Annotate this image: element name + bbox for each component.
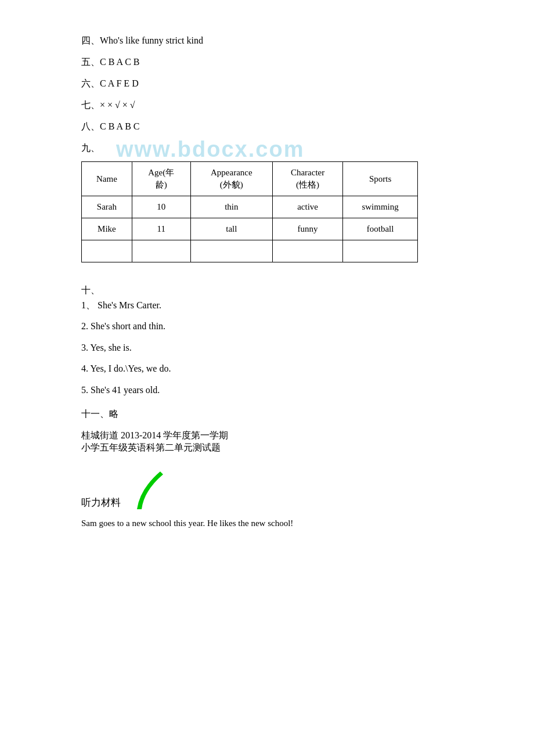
section-4-content: Who's like funny strict kind	[100, 35, 203, 45]
table-container: www.bdocx.com Name Age(年龄) Appearance(外貌…	[81, 154, 418, 273]
cell-empty-4	[273, 240, 343, 262]
section-11-label: 十一、	[81, 409, 109, 419]
section-5-label: 五、	[81, 57, 100, 67]
item-2-text: She's short and thin.	[91, 321, 165, 331]
col-age-header: Age(年龄)	[132, 162, 190, 196]
cell-sarah-appearance: thin	[190, 196, 272, 218]
section-10: 十、 1、 She's Mrs Carter. 2. She's short a…	[81, 285, 464, 399]
section-7-label: 七、	[81, 100, 100, 110]
listening-label: 听力材料	[81, 496, 121, 509]
cell-empty-1	[82, 240, 132, 262]
item-4-text: Yes, I do.\Yes, we do.	[90, 363, 171, 373]
section-11-content: 略	[109, 409, 118, 419]
listening-block: 听力材料 Sam goes to a new school this year.…	[81, 471, 464, 532]
table-row: Sarah 10 thin active swimming	[82, 196, 418, 218]
section-9-label: 九、	[81, 142, 464, 154]
cell-sarah-sports: swimming	[343, 196, 418, 218]
section-8-label: 八、	[81, 121, 100, 131]
section-8-content: C B A B C	[100, 121, 139, 131]
list-item: 1、 She's Mrs Carter.	[81, 297, 464, 314]
listening-header: 听力材料	[81, 471, 464, 509]
section-5-content: C B A C B	[100, 57, 139, 67]
col-sports-header: Sports	[343, 162, 418, 196]
col-character-header: Character(性格)	[273, 162, 343, 196]
section-6-content: C A F E D	[100, 78, 139, 88]
cell-sarah-age: 10	[132, 196, 190, 218]
data-table: Name Age(年龄) Appearance(外貌) Character(性格…	[81, 161, 418, 262]
table-row-empty	[82, 240, 418, 262]
section-7: 七、× × √ × √	[81, 99, 464, 111]
cell-empty-3	[190, 240, 272, 262]
listening-text: Sam goes to a new school this year. He l…	[81, 515, 464, 532]
section-4-label: 四、	[81, 35, 100, 45]
cell-sarah-name: Sarah	[82, 196, 132, 218]
document-title-2: 小学五年级英语科第二单元测试题	[81, 442, 464, 454]
document-title-block: 桂城街道 2013-2014 学年度第一学期 小学五年级英语科第二单元测试题	[81, 430, 464, 454]
cell-mike-age: 11	[132, 218, 190, 240]
cell-mike-sports: football	[343, 218, 418, 240]
item-3-num: 3.	[81, 343, 90, 352]
green-decoration-icon	[131, 471, 163, 509]
cell-mike-character: funny	[273, 218, 343, 240]
table-row: Mike 11 tall funny football	[82, 218, 418, 240]
list-item: 3. Yes, she is.	[81, 339, 464, 357]
list-item: 2. She's short and thin.	[81, 318, 464, 335]
item-5-text: She's 41 years old.	[91, 385, 160, 395]
section-5: 五、C B A C B	[81, 56, 464, 69]
section-10-label: 十、	[81, 285, 464, 297]
section-7-content: × × √ × √	[100, 100, 135, 110]
item-3-text: Yes, she is.	[90, 343, 131, 352]
item-1-num: 1、	[81, 300, 95, 310]
document-title-1: 桂城街道 2013-2014 学年度第一学期	[81, 430, 464, 442]
item-5-num: 5.	[81, 385, 91, 395]
section-6-label: 六、	[81, 78, 100, 88]
item-1-text: She's Mrs Carter.	[98, 300, 161, 310]
cell-empty-5	[343, 240, 418, 262]
cell-empty-2	[132, 240, 190, 262]
item-2-num: 2.	[81, 321, 91, 331]
cell-mike-appearance: tall	[190, 218, 272, 240]
cell-mike-name: Mike	[82, 218, 132, 240]
section-4: 四、Who's like funny strict kind	[81, 35, 464, 47]
section-11: 十一、略	[81, 408, 464, 420]
list-item: 4. Yes, I do.\Yes, we do.	[81, 360, 464, 377]
section-8: 八、C B A B C	[81, 121, 464, 133]
col-appearance-header: Appearance(外貌)	[190, 162, 272, 196]
section-6: 六、C A F E D	[81, 78, 464, 90]
table-header-row: Name Age(年龄) Appearance(外貌) Character(性格…	[82, 162, 418, 196]
item-4-num: 4.	[81, 363, 90, 373]
list-item: 5. She's 41 years old.	[81, 381, 464, 399]
cell-sarah-character: active	[273, 196, 343, 218]
section-9: 九、 www.bdocx.com Name Age(年龄) Appearance…	[81, 142, 464, 275]
col-name-header: Name	[82, 162, 132, 196]
qa-list: 1、 She's Mrs Carter. 2. She's short and …	[81, 297, 464, 399]
